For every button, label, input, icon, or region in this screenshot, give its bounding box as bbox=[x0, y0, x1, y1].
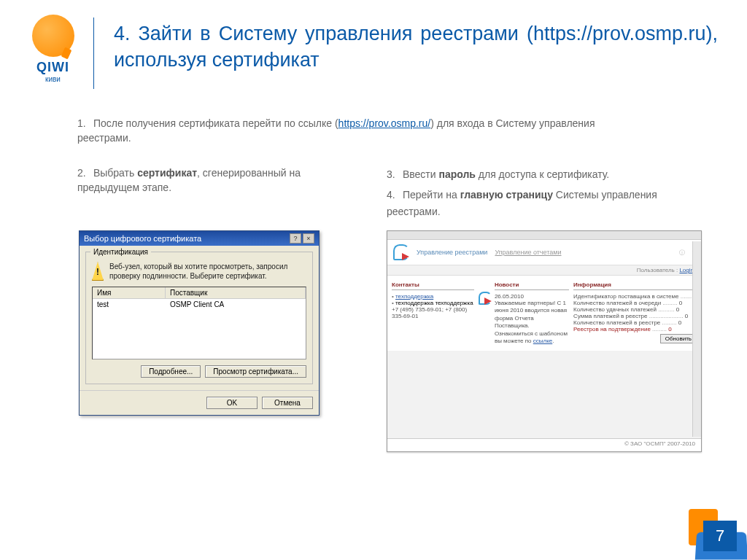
news-link[interactable]: ссылке bbox=[533, 338, 552, 344]
col-name-header[interactable]: Имя bbox=[93, 287, 166, 298]
warning-icon: ! bbox=[92, 262, 104, 281]
certificate-dialog: Выбор цифрового сертификата ? × Идентифи… bbox=[79, 230, 320, 416]
help-icon[interactable]: ⓘ bbox=[679, 249, 685, 257]
brand-logo: QIWI киви bbox=[22, 15, 84, 83]
identification-group: Идентификация ! Веб-узел, который вы хот… bbox=[85, 252, 313, 384]
step-3: 3. Ввести пароль для доступа к сертифика… bbox=[387, 166, 700, 182]
user-row: Пользователь : Login bbox=[387, 265, 701, 275]
news-date: 26.05.2010 bbox=[495, 293, 569, 300]
news-body: Уважаемые партнеры! С 1 июня 2010 вводит… bbox=[495, 300, 569, 345]
title-divider bbox=[93, 18, 94, 89]
step-2: 2. Выбрать сертификат, сгенерированный н… bbox=[77, 166, 340, 195]
warning-text: Веб-узел, который вы хотите просмотреть,… bbox=[109, 262, 306, 281]
view-cert-button[interactable]: Просмотр сертификата... bbox=[205, 365, 306, 378]
support-link[interactable]: техподдержка bbox=[395, 293, 433, 300]
steps-right: 3. Ввести пароль для доступа к сертифика… bbox=[387, 166, 700, 219]
step-1: 1. После получения сертификата перейти п… bbox=[77, 117, 616, 145]
tab-reports[interactable]: Управление отчетами bbox=[495, 249, 561, 256]
news-header: Новости bbox=[495, 281, 569, 290]
dialog-title: Выбор цифрового сертификата bbox=[84, 234, 201, 243]
info-column: Информация Идентификатор поставщика в си… bbox=[573, 281, 697, 345]
scrollbar[interactable] bbox=[692, 241, 701, 437]
more-button[interactable]: Подробнее... bbox=[141, 365, 201, 378]
group-label: Идентификация bbox=[90, 248, 151, 256]
ok-button[interactable]: OK bbox=[206, 397, 258, 409]
step-4: 4. Перейти на главную страницу Системы у… bbox=[387, 187, 700, 219]
certificate-list[interactable]: Имя Поставщик test OSMP Client CA bbox=[92, 287, 306, 359]
registry-page-preview: Управление реестрами Управление отчетами… bbox=[387, 230, 702, 452]
osmp-link[interactable]: https://prov.osmp.ru/ bbox=[338, 117, 431, 129]
brand-name: QIWI bbox=[22, 60, 84, 75]
col-supplier-header[interactable]: Поставщик bbox=[166, 287, 306, 298]
support-phones: +7 (495) 735-69-01; +7 (800) 335-69-01 bbox=[392, 306, 474, 319]
osmp-logo-icon bbox=[393, 244, 409, 260]
page-number: 7 bbox=[703, 521, 737, 551]
close-button[interactable]: × bbox=[303, 233, 314, 244]
help-button[interactable]: ? bbox=[290, 233, 301, 244]
browser-chrome-bar bbox=[387, 231, 701, 240]
info-header: Информация bbox=[573, 281, 697, 290]
news-column: Новости 26.05.2010 Уважаемые партнеры! С… bbox=[479, 281, 569, 345]
tab-registries[interactable]: Управление реестрами bbox=[417, 249, 487, 256]
osmp-mini-logo-icon bbox=[479, 292, 492, 305]
contacts-header: Контакты bbox=[392, 281, 474, 290]
page-footer: © ЗАО "ОСМП" 2007-2010 bbox=[387, 438, 701, 451]
cancel-button[interactable]: Отмена bbox=[262, 397, 313, 409]
brand-sub: киви bbox=[22, 75, 84, 83]
list-item[interactable]: test OSMP Client CA bbox=[93, 299, 306, 310]
contacts-column: Контакты • техподдержка • техподдержка т… bbox=[392, 281, 474, 345]
qiwi-circle-icon bbox=[32, 15, 74, 57]
dialog-titlebar: Выбор цифрового сертификата ? × bbox=[80, 231, 319, 246]
refresh-button[interactable]: Обновить bbox=[660, 334, 697, 343]
slide-title: 4. Зайти в Систему управления реестрами … bbox=[114, 20, 718, 74]
